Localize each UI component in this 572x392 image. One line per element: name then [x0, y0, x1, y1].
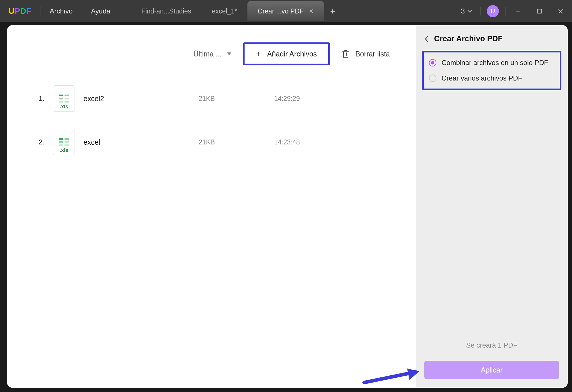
- chevron-down-icon: [467, 9, 472, 13]
- plus-icon: ＋: [329, 6, 337, 17]
- file-name: excel: [83, 138, 169, 146]
- clear-list-button[interactable]: Borrar lista: [341, 49, 390, 58]
- close-icon[interactable]: ✕: [309, 8, 314, 15]
- divider: [505, 7, 505, 15]
- main-wrap: Última ... + Añadir Archivos Borrar list…: [7, 25, 568, 388]
- list-item[interactable]: 1. .xls excel2 21KB 14:29:29: [27, 77, 396, 120]
- app-logo: UPDF: [0, 7, 40, 16]
- file-meta: excel 21KB 14:23:48: [83, 138, 390, 146]
- close-icon: [557, 8, 564, 14]
- summary-text: Se creará 1 PDF: [466, 341, 518, 349]
- file-ext: .xls: [60, 147, 68, 153]
- file-time: 14:29:29: [244, 95, 330, 103]
- chevron-down-icon: [227, 52, 231, 55]
- window-count-dropdown[interactable]: 3: [457, 7, 476, 15]
- file-index: 1.: [33, 95, 44, 103]
- panel-footer: Se creará 1 PDF Aplicar: [416, 333, 568, 388]
- pdf-options-box: Combinar archivos en un solo PDF Crear v…: [422, 51, 561, 90]
- option-label: Combinar archivos en un solo PDF: [442, 59, 548, 67]
- xls-file-icon: .xls: [53, 129, 75, 155]
- file-size: 21KB: [169, 95, 244, 103]
- file-index: 2.: [33, 138, 44, 146]
- close-window-button[interactable]: [552, 4, 569, 18]
- xls-file-icon: .xls: [53, 85, 75, 112]
- add-tab-button[interactable]: ＋: [324, 6, 341, 17]
- file-list: 1. .xls excel2 21KB 14:29:29 2.: [22, 77, 401, 164]
- radio-icon: [429, 59, 436, 66]
- divider: [480, 7, 481, 15]
- clear-label: Borrar lista: [355, 50, 390, 58]
- plus-icon: +: [256, 49, 261, 58]
- menu-ayuda[interactable]: Ayuda: [82, 7, 120, 15]
- tab-label: Find-an...Studies: [141, 7, 191, 15]
- file-size: 21KB: [169, 138, 244, 146]
- menu-archivo[interactable]: Archivo: [40, 7, 82, 15]
- titlebar-right: 3 U: [457, 0, 572, 22]
- option-combine[interactable]: Combinar archivos en un solo PDF: [429, 59, 555, 67]
- file-name: excel2: [83, 95, 169, 103]
- apply-button[interactable]: Aplicar: [424, 361, 559, 379]
- panel-header: Crear Archivo PDF: [416, 25, 568, 51]
- trash-icon: [341, 49, 350, 58]
- list-item[interactable]: 2. .xls excel 21KB 14:23:48: [27, 120, 396, 164]
- sort-dropdown[interactable]: Última ...: [193, 50, 231, 58]
- tab-bar: Find-an...Studies excel_1* Crear ...vo P…: [131, 0, 341, 22]
- file-meta: excel2 21KB 14:29:29: [83, 95, 390, 103]
- svg-rect-1: [537, 9, 541, 13]
- file-ext: .xls: [60, 104, 68, 110]
- chevron-left-icon[interactable]: [424, 35, 429, 43]
- toolbar: Última ... + Añadir Archivos Borrar list…: [22, 37, 401, 77]
- app-body: Última ... + Añadir Archivos Borrar list…: [0, 22, 572, 392]
- option-label: Crear varios archivos PDF: [442, 74, 522, 82]
- minimize-icon: [515, 8, 521, 14]
- maximize-icon: [536, 8, 542, 14]
- add-files-button[interactable]: + Añadir Archivos: [243, 42, 330, 65]
- main-panel: Última ... + Añadir Archivos Borrar list…: [7, 25, 416, 388]
- maximize-button[interactable]: [531, 4, 548, 18]
- tab-label: excel_1*: [212, 7, 237, 15]
- radio-icon: [429, 75, 436, 82]
- file-time: 14:23:48: [244, 138, 330, 146]
- count-value: 3: [461, 7, 465, 15]
- tab-label: Crear ...vo PDF: [258, 7, 304, 15]
- tab-excel1[interactable]: excel_1*: [202, 1, 247, 21]
- tab-crear-pdf[interactable]: Crear ...vo PDF ✕: [247, 1, 324, 21]
- option-multiple[interactable]: Crear varios archivos PDF: [429, 74, 555, 82]
- titlebar: UPDF Archivo Ayuda Find-an...Studies exc…: [0, 0, 572, 22]
- tab-find-studies[interactable]: Find-an...Studies: [131, 1, 202, 21]
- right-panel: Crear Archivo PDF Combinar archivos en u…: [416, 25, 568, 388]
- minimize-button[interactable]: [509, 4, 527, 18]
- sort-label: Última ...: [193, 50, 222, 58]
- avatar-initial: U: [491, 7, 495, 15]
- panel-title: Crear Archivo PDF: [434, 34, 503, 43]
- add-files-label: Añadir Archivos: [267, 50, 317, 58]
- avatar[interactable]: U: [487, 5, 499, 17]
